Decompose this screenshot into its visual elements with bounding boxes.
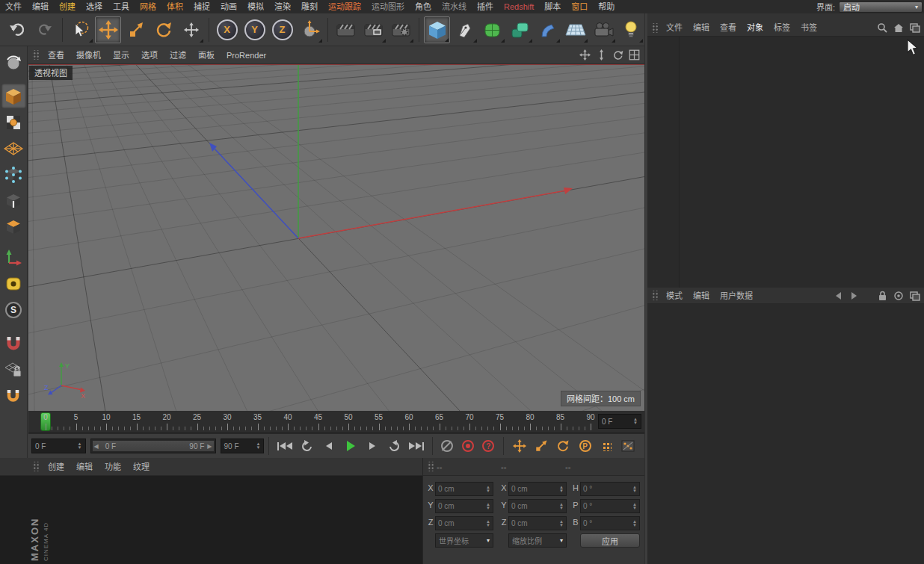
spinner-icon[interactable]: ▲▼: [484, 503, 490, 510]
render-picture-viewer-button[interactable]: [360, 16, 386, 43]
floor-button[interactable]: [562, 16, 588, 43]
lock-workplane-button[interactable]: [1, 357, 26, 382]
object-manager-menu-item-3[interactable]: 查看: [715, 19, 742, 36]
menubar-item-15[interactable]: 角色: [410, 0, 437, 13]
timeline-ruler[interactable]: 051015202530354045505560657075808590: [31, 411, 597, 433]
search-icon[interactable]: [877, 22, 887, 33]
menubar-item-6[interactable]: 网格: [135, 0, 161, 13]
viewport-menu-item-1[interactable]: 查看: [42, 46, 70, 64]
coord-rotation-field-b[interactable]: 0 °▲▼: [580, 516, 640, 530]
play-button[interactable]: [340, 437, 360, 455]
rotate-tool-button[interactable]: [150, 16, 176, 43]
goto-start-button[interactable]: [274, 437, 295, 455]
menubar-item-11[interactable]: 渲染: [269, 0, 296, 13]
toggle-views-icon[interactable]: [629, 49, 640, 61]
record-position-button[interactable]: [509, 437, 529, 455]
menubar-item-10[interactable]: 模拟: [242, 0, 269, 13]
object-manager-menu-item-1[interactable]: 文件: [661, 19, 688, 36]
add-cube-button[interactable]: [424, 16, 450, 43]
viewport-menu-item-4[interactable]: 选项: [135, 46, 164, 64]
panel-grip[interactable]: [32, 50, 39, 60]
spinner-icon[interactable]: ▲▼: [484, 520, 490, 527]
spinner-icon[interactable]: ▲▼: [630, 503, 637, 510]
coord-size-field-z[interactable]: 0 cm▲▼: [508, 516, 567, 530]
panel-grip[interactable]: [651, 23, 658, 33]
record-pla-button[interactable]: [597, 437, 617, 455]
material-menu-item-2[interactable]: 编辑: [70, 458, 99, 476]
material-menu-item-4[interactable]: 纹理: [127, 458, 155, 476]
menubar-item-12[interactable]: 雕刻: [296, 0, 323, 13]
coord-rotation-field-h[interactable]: 0 °▲▼: [580, 482, 640, 496]
coordinate-system-button[interactable]: [297, 16, 323, 43]
lock-y-axis-button[interactable]: Y: [241, 16, 268, 43]
current-frame-field[interactable]: 0 F ▲▼: [31, 439, 86, 453]
redo-button[interactable]: [31, 16, 58, 43]
spinner-icon[interactable]: ▲▼: [630, 486, 637, 493]
record-keyframe-button[interactable]: [458, 437, 477, 455]
camera-button[interactable]: [590, 16, 616, 43]
menubar-item-4[interactable]: 选择: [81, 0, 108, 13]
scale-tool-button[interactable]: [123, 16, 149, 43]
coord-size-field-x[interactable]: 0 cm▲▼: [508, 482, 567, 496]
spinner-icon[interactable]: ▲▼: [630, 520, 637, 527]
coord-position-field-z[interactable]: 0 cm▲▼: [435, 516, 493, 530]
next-keyframe-button[interactable]: [384, 437, 404, 455]
record-parameter-button[interactable]: P: [575, 437, 595, 455]
menubar-item-19[interactable]: 脚本: [539, 0, 566, 13]
spinner-icon[interactable]: ▲▼: [76, 442, 82, 450]
attribute-menu-item-3[interactable]: 用户数据: [715, 288, 758, 304]
target-icon[interactable]: [893, 291, 904, 301]
record-scale-button[interactable]: [531, 437, 551, 455]
viewport-menu-item-7[interactable]: ProRender: [221, 46, 272, 64]
timeline-frame-field[interactable]: 0 F ▲▼: [598, 414, 641, 429]
viewport-canvas[interactable]: 透视视图 网格间距：100 cm Y X Z: [28, 64, 644, 411]
home-icon[interactable]: [893, 23, 904, 33]
pan-view-icon[interactable]: [579, 49, 591, 61]
workplane-snap-button[interactable]: [1, 383, 26, 408]
zoom-view-icon[interactable]: [596, 49, 607, 61]
viewport-menu-item-2[interactable]: 摄像机: [70, 46, 107, 64]
menubar-item-5[interactable]: 工具: [108, 0, 135, 13]
spinner-icon[interactable]: ▲▼: [557, 520, 564, 527]
menubar-item-3[interactable]: 创建: [54, 0, 81, 13]
rotate-view-icon[interactable]: [612, 49, 623, 61]
keyframe-selection-button[interactable]: [438, 437, 457, 455]
spinner-icon[interactable]: ▲▼: [631, 418, 638, 425]
menubar-item-20[interactable]: 窗口: [566, 0, 593, 13]
panel-grip[interactable]: [32, 462, 39, 471]
panel-grip[interactable]: [651, 291, 658, 300]
history-forward-icon[interactable]: [849, 291, 858, 300]
scale-mode-dropdown[interactable]: 缩放比例 ▾: [508, 533, 567, 548]
interface-dropdown[interactable]: 启动 ▾: [839, 1, 923, 13]
light-button[interactable]: [617, 16, 644, 43]
polygons-mode-button[interactable]: [1, 214, 26, 239]
menubar-item-16[interactable]: 流水线: [437, 0, 472, 13]
history-back-icon[interactable]: [834, 291, 843, 300]
attribute-menu-item-2[interactable]: 编辑: [688, 288, 715, 304]
menubar-item-8[interactable]: 捕捉: [188, 0, 215, 13]
menubar-item-17[interactable]: 插件: [472, 0, 499, 13]
spinner-icon[interactable]: ▲▼: [253, 442, 260, 450]
coord-position-field-x[interactable]: 0 cm▲▼: [435, 482, 493, 496]
last-used-tool-button[interactable]: [178, 16, 204, 43]
menubar-item-14[interactable]: 运动图形: [366, 0, 410, 13]
viewport-menu-item-5[interactable]: 过滤: [164, 46, 192, 64]
generator-button[interactable]: [507, 16, 533, 43]
render-view-button[interactable]: [333, 16, 359, 43]
coord-position-field-y[interactable]: 0 cm▲▼: [435, 499, 493, 513]
menubar-item-1[interactable]: 文件: [0, 0, 27, 13]
lock-icon[interactable]: [878, 291, 887, 301]
menubar-item-18[interactable]: Redshift: [499, 0, 539, 13]
viewport-menu-item-3[interactable]: 显示: [107, 46, 135, 64]
material-menu-item-3[interactable]: 功能: [99, 458, 127, 476]
subdivision-surface-button[interactable]: [479, 16, 505, 43]
move-tool-button[interactable]: [95, 16, 121, 43]
spinner-icon[interactable]: ▲▼: [557, 486, 564, 493]
menubar-item-13[interactable]: 运动跟踪: [323, 0, 366, 13]
lock-x-axis-button[interactable]: X: [214, 16, 240, 43]
goto-end-button[interactable]: [406, 437, 426, 455]
end-frame-field[interactable]: 90 F ▲▼: [221, 439, 265, 453]
object-manager-menu-item-5[interactable]: 标签: [769, 19, 795, 36]
workplane-mode-button[interactable]: [1, 136, 26, 161]
panel-menu-icon[interactable]: [910, 291, 920, 301]
